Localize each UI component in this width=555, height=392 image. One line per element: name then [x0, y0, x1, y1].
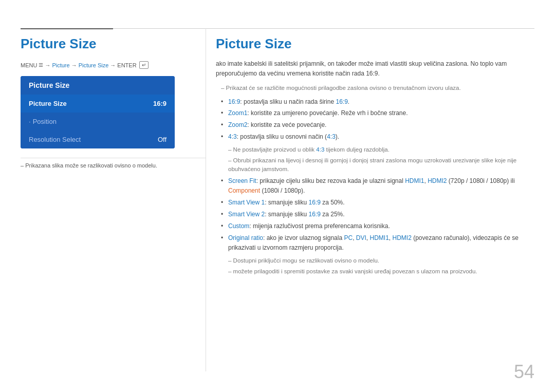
menu-item-position[interactable]: · Position — [21, 113, 175, 130]
bullet-4-3-ref: 4:3 — [327, 133, 336, 140]
bullet-or-pc: PC — [344, 234, 353, 241]
bullet-16-9: 16:9: postavlja sliku u način rada širin… — [221, 97, 534, 107]
bullet-4-3-highlight: 4:3 — [228, 133, 237, 140]
left-title: Picture Size — [21, 36, 206, 52]
right-panel: Picture Size ako imate kabelski ili sate… — [216, 36, 534, 371]
bullet-16-9-highlight: 16:9 — [228, 98, 240, 105]
vertical-divider — [206, 28, 206, 371]
bullet-zoom1: Zoom1: koristite za umjereno povećanje. … — [221, 108, 534, 119]
bullet-sv1-highlight: Smart View 1 — [228, 199, 265, 206]
breadcrumb: MENU ☰ → Picture → Picture Size → ENTER … — [21, 61, 206, 69]
bullet-hdmi1: HDMI1 — [405, 177, 424, 184]
right-title: Picture Size — [216, 36, 534, 52]
note2: Ne postavljajte proizvod u oblik 4:3 tij… — [228, 145, 534, 154]
menu-box-header: Picture Size — [21, 76, 175, 95]
note2b: Obrubi prikazani na lijevoj i desnoj ili… — [228, 156, 534, 174]
breadcrumb-arrow2: → — [71, 62, 77, 68]
breadcrumb-menu-icon: ☰ — [39, 62, 43, 68]
bullet-sv2-highlight: Smart View 2 — [228, 211, 265, 218]
menu-item-picture-size-label: Picture Size — [29, 100, 67, 107]
bullet-or-hdmi2: HDMI2 — [393, 234, 412, 241]
menu-box: Picture Size Picture Size 16:9 · Positio… — [21, 76, 175, 148]
left-note: Prikazana slika može se razlikovati ovis… — [21, 158, 206, 169]
bullet-smart-view-2: Smart View 2: smanjuje sliku 16:9 za 25%… — [221, 210, 534, 220]
bullet-or-hdmi1: HDMI1 — [370, 234, 389, 241]
note3: Dostupni priključci mogu se razlikovati … — [228, 256, 534, 265]
intro-text: ako imate kabelski ili satelitski prijam… — [216, 59, 534, 79]
bullet-zoom2: Zoom2: koristite za veće povećanje. — [221, 120, 534, 130]
menu-item-resolution-value: Off — [158, 136, 166, 143]
breadcrumb-picture-size: Picture Size — [79, 62, 109, 68]
note4: možete prilagoditi i spremiti postavke z… — [228, 267, 534, 276]
menu-item-position-dot: · — [29, 118, 31, 125]
bullet-original-ratio: Original ratio: ako je izvor ulaznog sig… — [221, 233, 534, 254]
bullet-4-3: 4:3: postavlja sliku u osnovni način (4:… — [221, 132, 534, 142]
menu-item-picture-size-value: 16:9 — [153, 100, 166, 107]
bullet-custom-highlight: Custom — [228, 222, 249, 230]
bullet-list-2: Screen Fit: prikazuje cijelu sliku bez r… — [216, 176, 534, 254]
menu-item-resolution-label: Resolution Select — [29, 136, 158, 143]
bullet-zoom2-highlight: Zoom2 — [228, 121, 247, 128]
breadcrumb-arrow1: → — [45, 62, 50, 68]
breadcrumb-menu: MENU — [21, 62, 37, 68]
left-panel: Picture Size MENU ☰ → Picture → Picture … — [21, 36, 206, 371]
breadcrumb-picture: Picture — [52, 62, 69, 68]
bullet-or-dvi: DVI — [356, 234, 366, 241]
breadcrumb-enter-label: ENTER — [117, 62, 136, 68]
bullet-zoom1-highlight: Zoom1 — [228, 109, 247, 117]
menu-item-picture-size[interactable]: Picture Size 16:9 — [21, 95, 175, 113]
top-accent-line — [21, 28, 113, 29]
page-number: 54 — [514, 361, 534, 383]
bullet-smart-view-1: Smart View 1: smanjuje sliku 16:9 za 50%… — [221, 198, 534, 208]
menu-item-position-label: Position — [33, 118, 166, 125]
menu-item-resolution-select[interactable]: Resolution Select Off — [21, 130, 175, 148]
bullet-hdmi2: HDMI2 — [428, 177, 447, 184]
breadcrumb-arrow3: → — [110, 62, 116, 68]
bullet-component: Component — [228, 187, 260, 194]
note2-highlight: 4:3 — [316, 146, 324, 153]
bullet-sv2-ref: 16:9 — [309, 211, 321, 218]
bullet-screen-fit: Screen Fit: prikazuje cijelu sliku bez r… — [221, 176, 534, 197]
breadcrumb-enter-icon: ↵ — [139, 61, 149, 69]
bullet-16-9-ref: 16:9 — [336, 98, 347, 105]
bullet-custom: Custom: mijenja razlučivost prema prefer… — [221, 221, 534, 232]
note1: Prikazat će se različite mogućnosti pril… — [221, 84, 534, 92]
bullet-screen-fit-highlight: Screen Fit — [228, 177, 256, 184]
bullet-original-ratio-highlight: Original ratio — [228, 234, 263, 241]
bullet-list-1: 16:9: postavlja sliku u način rada širin… — [216, 97, 534, 142]
bullet-sv1-ref: 16:9 — [309, 199, 321, 206]
